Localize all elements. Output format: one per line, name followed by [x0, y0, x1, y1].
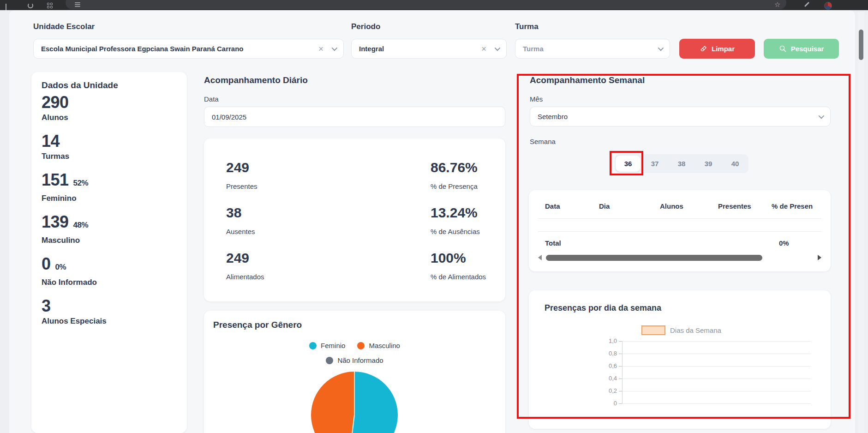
turma-label: Turma	[515, 22, 539, 31]
stat-percent: 52%	[73, 179, 89, 187]
address-bar[interactable]: ☆	[66, 0, 786, 9]
legend-label: Não Informado	[337, 356, 383, 364]
turma-placeholder: Turma	[523, 45, 658, 53]
page-scrollbar[interactable]	[858, 12, 864, 433]
table-divider	[538, 231, 821, 232]
pct-alimentados-label: % de Alimentados	[431, 272, 504, 282]
site-info-icon[interactable]	[75, 2, 80, 7]
week-36-button[interactable]: 36	[616, 156, 641, 172]
mes-select[interactable]: Setembro	[530, 107, 831, 126]
y-tick: 0,2	[599, 387, 617, 394]
chevron-down-icon	[658, 45, 664, 51]
dados-da-unidade-card: Dados da Unidade 290 Alunos 14 Turmas 15…	[31, 72, 187, 433]
stat-label: Feminino	[42, 193, 178, 204]
weekly-chart-title: Presenças por dia da semana	[545, 303, 661, 313]
browser-toolbar: ☆	[0, 0, 868, 10]
limpar-label: Limpar	[712, 45, 735, 53]
pct-presenca-label: % de Presença	[431, 182, 504, 191]
daily-stats-card: 249 Presentes 38 Ausentes 249 Alimentado…	[204, 138, 505, 301]
pct-presenca-value: 86.76%	[431, 159, 504, 176]
stat-value: 14	[42, 131, 178, 151]
acompanhamento-semanal-title: Acompanhamento Semanal	[530, 75, 645, 85]
table-hscrollbar-thumb[interactable]	[546, 255, 762, 261]
back-icon[interactable]	[6, 4, 6, 10]
clear-icon[interactable]: ×	[481, 44, 486, 54]
table-divider	[538, 218, 821, 219]
mes-value: Setembro	[538, 113, 819, 120]
legend-label: Dias da Semana	[670, 326, 721, 334]
legend-item[interactable]: Masculino	[357, 342, 400, 349]
eraser-icon	[700, 45, 707, 53]
total-value: 0%	[779, 239, 789, 247]
col-header-data: Data	[545, 202, 560, 210]
stat-value: 13948%	[42, 212, 178, 235]
data-label: Data	[204, 95, 219, 103]
weekly-table-card: Data Dia Alunos Presentes % de Presen To…	[529, 190, 831, 271]
bookmark-star-icon[interactable]: ☆	[774, 0, 780, 9]
pie-legend-row-2: Não Informado	[204, 356, 505, 364]
chevron-down-icon	[495, 45, 501, 51]
scroll-right-icon[interactable]	[818, 255, 821, 260]
scroll-left-icon[interactable]	[538, 255, 542, 260]
pie-slice-divider	[354, 372, 355, 415]
reload-icon[interactable]	[28, 3, 33, 8]
stat-value: 290	[42, 92, 178, 113]
weekly-chart-card: Presenças por dia da semana Dias da Sema…	[529, 290, 831, 429]
stat-value: 3	[42, 296, 178, 316]
y-tick: 0	[599, 400, 617, 407]
nao-informado-dot-icon	[326, 357, 333, 364]
legend-label: Masculino	[369, 342, 400, 349]
pct-alimentados-value: 100%	[431, 249, 504, 267]
week-40-button[interactable]: 40	[722, 154, 748, 173]
y-axis-line	[622, 341, 623, 403]
unidade-escolar-value: Escola Municipal Professora Egpciana Swa…	[41, 45, 318, 53]
unidade-escolar-label: Unidade Escolar	[33, 22, 95, 31]
stat-value: 15152%	[42, 170, 178, 193]
periodo-label: Periodo	[351, 22, 380, 31]
legend-item[interactable]: Não Informado	[326, 356, 383, 364]
chevron-down-icon	[332, 45, 338, 51]
legend-label: Feminio	[321, 342, 345, 349]
stat-label: Masculino	[42, 235, 178, 246]
apps-icon[interactable]	[47, 3, 53, 8]
legend-item[interactable]: Feminio	[309, 342, 345, 349]
dados-da-unidade-title: Dados da Unidade	[42, 80, 178, 90]
col-header-dia: Dia	[599, 202, 610, 210]
y-tick: 1,0	[599, 337, 617, 344]
total-label: Total	[545, 239, 561, 247]
stat-label: Alunos Especiais	[42, 316, 178, 326]
data-input[interactable]	[204, 107, 505, 127]
pesquisar-label: Pesquisar	[791, 45, 824, 53]
y-tick: 0,6	[599, 362, 617, 369]
week-37-button[interactable]: 37	[641, 154, 668, 173]
clear-icon[interactable]: ×	[318, 44, 323, 54]
pct-ausencias-label: % de Ausências	[431, 227, 504, 236]
feminio-dot-icon	[309, 342, 317, 349]
week-38-button[interactable]: 38	[668, 154, 695, 173]
app-screen: ☆ Unidade Escolar Escola Municipal Profe…	[0, 0, 868, 433]
periodo-select[interactable]: Integral ×	[351, 39, 507, 59]
page-scrollbar-thumb[interactable]	[859, 30, 863, 60]
limpar-button[interactable]: Limpar	[679, 39, 755, 59]
pct-ausencias-value: 13.24%	[431, 204, 504, 222]
pesquisar-button[interactable]: Pesquisar	[764, 39, 839, 59]
avatar[interactable]	[824, 2, 832, 10]
y-tick: 0,8	[599, 350, 617, 357]
y-tick: 0,4	[599, 375, 617, 382]
stat-label: Não Informado	[42, 277, 178, 288]
stat-value: 00%	[42, 254, 178, 277]
search-icon	[779, 45, 787, 53]
edit-icon[interactable]	[804, 4, 810, 5]
stat-label: Turmas	[42, 151, 178, 162]
legend-swatch[interactable]	[641, 325, 665, 335]
turma-select[interactable]: Turma	[515, 39, 670, 59]
presenca-genero-title: Presença por Gênero	[213, 320, 302, 330]
mes-label: Mês	[530, 95, 543, 103]
periodo-value: Integral	[359, 45, 481, 53]
week-39-button[interactable]: 39	[695, 154, 722, 173]
stat-percent: 0%	[55, 263, 66, 271]
stat-label: Alunos	[42, 113, 178, 123]
col-header-alunos: Alunos	[660, 202, 683, 210]
week-selector: 36 37 38 39 40	[615, 154, 748, 173]
unidade-escolar-select[interactable]: Escola Municipal Professora Egpciana Swa…	[33, 39, 344, 59]
